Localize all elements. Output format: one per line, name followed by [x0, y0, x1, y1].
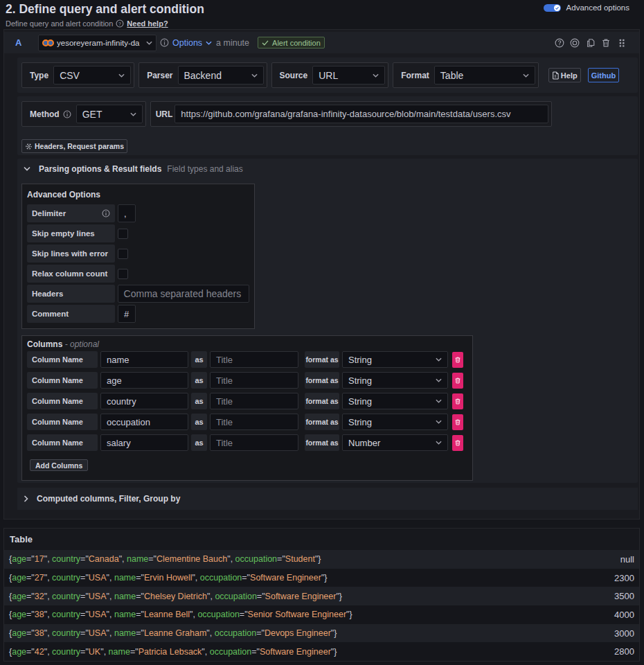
svg-text:?: ?	[118, 21, 121, 26]
